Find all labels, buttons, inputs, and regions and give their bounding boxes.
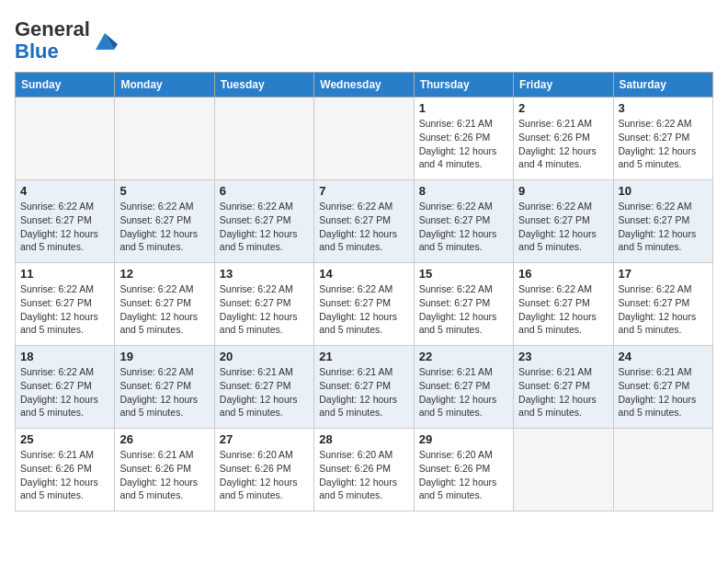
day-info: Sunrise: 6:22 AMSunset: 6:27 PMDaylight:… bbox=[20, 282, 109, 337]
day-number: 4 bbox=[20, 184, 109, 198]
calendar-day-cell: 14Sunrise: 6:22 AMSunset: 6:27 PMDayligh… bbox=[314, 263, 414, 346]
calendar-day-cell: 7Sunrise: 6:22 AMSunset: 6:27 PMDaylight… bbox=[314, 180, 414, 263]
calendar-day-cell: 1Sunrise: 6:21 AMSunset: 6:26 PMDaylight… bbox=[414, 98, 513, 180]
day-info: Sunrise: 6:22 AMSunset: 6:27 PMDaylight:… bbox=[119, 282, 209, 337]
calendar-day-cell: 5Sunrise: 6:22 AMSunset: 6:27 PMDaylight… bbox=[115, 180, 214, 263]
calendar-header-row: SundayMondayTuesdayWednesdayThursdayFrid… bbox=[16, 73, 713, 98]
weekday-header-monday: Monday bbox=[115, 73, 214, 98]
day-number: 28 bbox=[319, 432, 408, 446]
day-info: Sunrise: 6:21 AMSunset: 6:26 PMDaylight:… bbox=[119, 448, 209, 502]
day-info: Sunrise: 6:22 AMSunset: 6:27 PMDaylight:… bbox=[20, 200, 109, 254]
calendar-day-cell: 24Sunrise: 6:21 AMSunset: 6:27 PMDayligh… bbox=[613, 346, 712, 429]
day-info: Sunrise: 6:22 AMSunset: 6:27 PMDaylight:… bbox=[220, 200, 309, 254]
calendar-day-cell bbox=[214, 98, 313, 180]
day-number: 24 bbox=[619, 350, 708, 363]
day-number: 29 bbox=[419, 432, 508, 446]
day-number: 9 bbox=[518, 184, 608, 198]
calendar-day-cell: 10Sunrise: 6:22 AMSunset: 6:27 PMDayligh… bbox=[613, 180, 712, 263]
calendar-day-cell: 11Sunrise: 6:22 AMSunset: 6:27 PMDayligh… bbox=[16, 263, 115, 346]
logo: General Blue bbox=[15, 18, 118, 63]
calendar-day-cell: 22Sunrise: 6:21 AMSunset: 6:27 PMDayligh… bbox=[414, 346, 513, 429]
logo-icon bbox=[92, 28, 118, 53]
calendar-day-cell bbox=[115, 98, 214, 180]
page-header: General Blue bbox=[15, 15, 713, 63]
calendar-table: SundayMondayTuesdayWednesdayThursdayFrid… bbox=[15, 72, 713, 511]
calendar-day-cell: 17Sunrise: 6:22 AMSunset: 6:27 PMDayligh… bbox=[613, 263, 712, 346]
day-number: 20 bbox=[220, 350, 309, 363]
day-info: Sunrise: 6:22 AMSunset: 6:27 PMDaylight:… bbox=[319, 282, 408, 337]
calendar-day-cell bbox=[514, 429, 613, 511]
calendar-day-cell: 12Sunrise: 6:22 AMSunset: 6:27 PMDayligh… bbox=[115, 263, 214, 346]
day-number: 21 bbox=[319, 350, 408, 363]
calendar-day-cell: 28Sunrise: 6:20 AMSunset: 6:26 PMDayligh… bbox=[314, 429, 414, 511]
day-info: Sunrise: 6:22 AMSunset: 6:27 PMDaylight:… bbox=[419, 282, 508, 337]
calendar-week-row: 18Sunrise: 6:22 AMSunset: 6:27 PMDayligh… bbox=[16, 346, 713, 429]
day-info: Sunrise: 6:22 AMSunset: 6:27 PMDaylight:… bbox=[220, 282, 309, 337]
day-info: Sunrise: 6:21 AMSunset: 6:27 PMDaylight:… bbox=[619, 365, 708, 419]
day-info: Sunrise: 6:22 AMSunset: 6:27 PMDaylight:… bbox=[119, 365, 209, 419]
day-number: 16 bbox=[518, 267, 608, 281]
day-number: 2 bbox=[518, 101, 608, 115]
weekday-header-wednesday: Wednesday bbox=[314, 73, 414, 98]
day-number: 18 bbox=[20, 350, 109, 363]
day-number: 17 bbox=[619, 267, 708, 281]
day-info: Sunrise: 6:22 AMSunset: 6:27 PMDaylight:… bbox=[619, 117, 708, 171]
day-number: 8 bbox=[419, 184, 508, 198]
weekday-header-sunday: Sunday bbox=[16, 73, 115, 98]
day-info: Sunrise: 6:21 AMSunset: 6:27 PMDaylight:… bbox=[220, 365, 309, 419]
day-info: Sunrise: 6:21 AMSunset: 6:27 PMDaylight:… bbox=[319, 365, 408, 419]
day-number: 5 bbox=[119, 184, 209, 198]
day-info: Sunrise: 6:22 AMSunset: 6:27 PMDaylight:… bbox=[518, 200, 608, 254]
day-number: 15 bbox=[419, 267, 508, 281]
calendar-day-cell: 19Sunrise: 6:22 AMSunset: 6:27 PMDayligh… bbox=[115, 346, 214, 429]
calendar-day-cell: 4Sunrise: 6:22 AMSunset: 6:27 PMDaylight… bbox=[16, 180, 115, 263]
weekday-header-tuesday: Tuesday bbox=[214, 73, 313, 98]
calendar-day-cell: 23Sunrise: 6:21 AMSunset: 6:27 PMDayligh… bbox=[514, 346, 613, 429]
day-info: Sunrise: 6:21 AMSunset: 6:27 PMDaylight:… bbox=[518, 365, 608, 419]
logo-general: General bbox=[15, 17, 90, 40]
day-number: 13 bbox=[220, 267, 309, 281]
calendar-week-row: 4Sunrise: 6:22 AMSunset: 6:27 PMDaylight… bbox=[16, 180, 713, 263]
calendar-day-cell: 16Sunrise: 6:22 AMSunset: 6:27 PMDayligh… bbox=[514, 263, 613, 346]
calendar-day-cell: 27Sunrise: 6:20 AMSunset: 6:26 PMDayligh… bbox=[214, 429, 313, 511]
day-number: 26 bbox=[119, 432, 209, 446]
calendar-day-cell: 13Sunrise: 6:22 AMSunset: 6:27 PMDayligh… bbox=[214, 263, 313, 346]
day-number: 11 bbox=[20, 267, 109, 281]
day-info: Sunrise: 6:20 AMSunset: 6:26 PMDaylight:… bbox=[319, 448, 408, 502]
calendar-day-cell: 26Sunrise: 6:21 AMSunset: 6:26 PMDayligh… bbox=[115, 429, 214, 511]
calendar-day-cell: 20Sunrise: 6:21 AMSunset: 6:27 PMDayligh… bbox=[214, 346, 313, 429]
day-number: 25 bbox=[20, 432, 109, 446]
day-info: Sunrise: 6:20 AMSunset: 6:26 PMDaylight:… bbox=[220, 448, 309, 502]
day-info: Sunrise: 6:20 AMSunset: 6:26 PMDaylight:… bbox=[419, 448, 508, 502]
calendar-day-cell: 18Sunrise: 6:22 AMSunset: 6:27 PMDayligh… bbox=[16, 346, 115, 429]
day-info: Sunrise: 6:22 AMSunset: 6:27 PMDaylight:… bbox=[619, 200, 708, 254]
day-number: 10 bbox=[619, 184, 708, 198]
weekday-header-thursday: Thursday bbox=[414, 73, 513, 98]
calendar-week-row: 11Sunrise: 6:22 AMSunset: 6:27 PMDayligh… bbox=[16, 263, 713, 346]
day-info: Sunrise: 6:22 AMSunset: 6:27 PMDaylight:… bbox=[619, 282, 708, 337]
calendar-week-row: 1Sunrise: 6:21 AMSunset: 6:26 PMDaylight… bbox=[16, 98, 713, 180]
calendar-day-cell: 3Sunrise: 6:22 AMSunset: 6:27 PMDaylight… bbox=[613, 98, 712, 180]
day-info: Sunrise: 6:22 AMSunset: 6:27 PMDaylight:… bbox=[119, 200, 209, 254]
calendar-day-cell: 8Sunrise: 6:22 AMSunset: 6:27 PMDaylight… bbox=[414, 180, 513, 263]
day-number: 23 bbox=[518, 350, 608, 363]
calendar-day-cell: 2Sunrise: 6:21 AMSunset: 6:26 PMDaylight… bbox=[514, 98, 613, 180]
day-number: 22 bbox=[419, 350, 508, 363]
weekday-header-friday: Friday bbox=[514, 73, 613, 98]
day-number: 6 bbox=[220, 184, 309, 198]
weekday-header-saturday: Saturday bbox=[613, 73, 712, 98]
calendar-day-cell bbox=[613, 429, 712, 511]
calendar-day-cell: 29Sunrise: 6:20 AMSunset: 6:26 PMDayligh… bbox=[414, 429, 513, 511]
day-number: 27 bbox=[220, 432, 309, 446]
day-number: 14 bbox=[319, 267, 408, 281]
calendar-day-cell bbox=[16, 98, 115, 180]
calendar-week-row: 25Sunrise: 6:21 AMSunset: 6:26 PMDayligh… bbox=[16, 429, 713, 511]
day-info: Sunrise: 6:21 AMSunset: 6:26 PMDaylight:… bbox=[20, 448, 109, 502]
day-info: Sunrise: 6:21 AMSunset: 6:26 PMDaylight:… bbox=[419, 117, 508, 171]
day-info: Sunrise: 6:21 AMSunset: 6:27 PMDaylight:… bbox=[419, 365, 508, 419]
calendar-day-cell: 9Sunrise: 6:22 AMSunset: 6:27 PMDaylight… bbox=[514, 180, 613, 263]
logo-blue: Blue bbox=[15, 40, 59, 63]
day-number: 7 bbox=[319, 184, 408, 198]
logo-text: General Blue bbox=[15, 18, 90, 63]
day-number: 12 bbox=[119, 267, 209, 281]
